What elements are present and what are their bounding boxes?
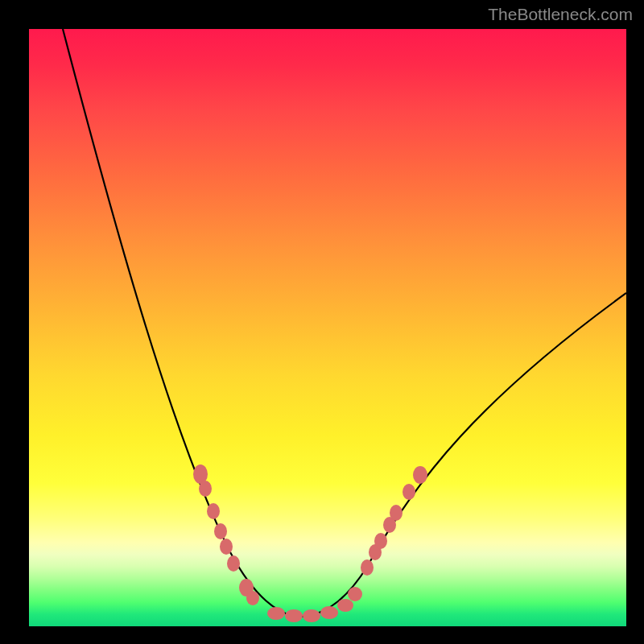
marker-dot: [193, 464, 208, 484]
chart-plot-area: [29, 29, 626, 626]
marker-dot: [369, 544, 382, 560]
marker-dot: [337, 599, 353, 612]
marker-dot: [413, 466, 427, 484]
marker-dot: [374, 533, 387, 549]
marker-dot: [227, 555, 240, 572]
marker-dot: [303, 609, 320, 622]
marker-dot: [199, 481, 212, 497]
marker-group: [193, 464, 427, 622]
bottleneck-curve: [63, 29, 626, 617]
marker-dot: [390, 505, 402, 521]
marker-dot: [402, 484, 415, 500]
marker-dot: [320, 606, 338, 619]
marker-dot: [267, 607, 285, 620]
marker-dot: [285, 609, 303, 622]
marker-dot: [383, 517, 396, 533]
marker-dot: [246, 591, 259, 605]
marker-dot: [214, 523, 227, 539]
marker-dot: [348, 587, 362, 601]
marker-dot: [220, 539, 233, 555]
bottleneck-chart: [29, 29, 626, 626]
attribution-text: TheBottleneck.com: [488, 5, 633, 24]
marker-dot: [239, 579, 254, 597]
marker-dot: [207, 503, 220, 519]
marker-dot: [361, 559, 374, 576]
